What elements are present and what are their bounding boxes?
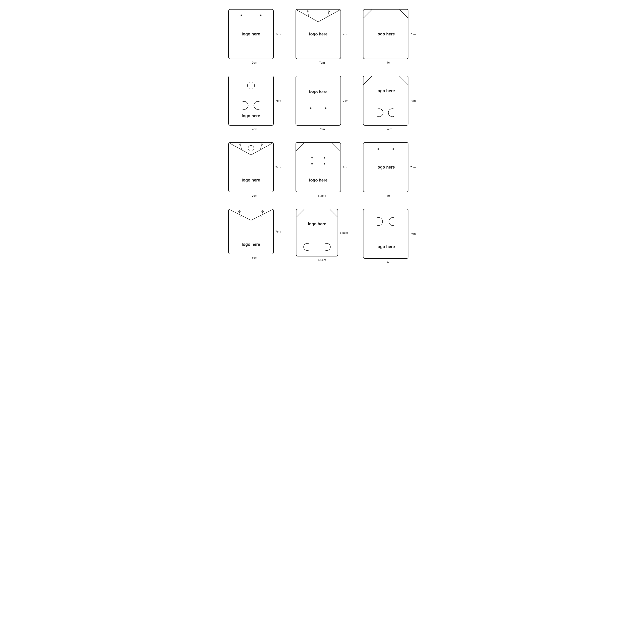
- card-8: logo here: [296, 142, 341, 192]
- height-label-1: 7cm: [276, 32, 281, 36]
- card-wrapper-7: logo here 7cm 7cm: [224, 142, 285, 197]
- svg-point-19: [324, 163, 325, 164]
- height-label-12: 7cm: [410, 232, 416, 236]
- svg-line-7: [363, 76, 372, 85]
- height-label-9: 7cm: [410, 166, 416, 169]
- svg-point-3: [328, 11, 330, 12]
- card-11: logo here: [296, 209, 338, 256]
- logo-text-10: logo here: [242, 242, 260, 247]
- card-wrapper-2: logo here 7cm 7cm: [292, 9, 352, 64]
- svg-line-12: [260, 144, 262, 149]
- height-label-10: 7cm: [276, 230, 281, 233]
- width-label-4: 7cm: [252, 127, 258, 131]
- card-wrapper-4: logo here 7cm 7cm: [224, 76, 285, 131]
- width-label-1: 7cm: [252, 61, 258, 64]
- logo-text-8: logo here: [309, 178, 328, 183]
- card-wrapper-3: logo here 7cm 7cm: [359, 9, 420, 64]
- width-label-10: 6cm: [252, 256, 258, 259]
- svg-line-20: [239, 211, 240, 217]
- svg-point-1: [307, 11, 308, 12]
- height-label-11: 6.5cm: [340, 231, 348, 234]
- card-12: logo here: [363, 209, 408, 259]
- logo-text-4: logo here: [242, 114, 260, 118]
- card-wrapper-9: logo here 7cm 7cm: [359, 142, 420, 197]
- card-wrapper-5: logo here 7cm 7cm: [292, 76, 352, 131]
- width-label-9: 7cm: [387, 194, 392, 197]
- logo-text-5: logo here: [309, 90, 328, 94]
- logo-text-1: logo here: [242, 32, 260, 37]
- card-wrapper-1: logo here 7cm 7cm: [224, 9, 285, 64]
- width-label-7: 7cm: [252, 194, 258, 197]
- height-label-6: 7cm: [410, 99, 416, 102]
- card-6: logo here: [363, 76, 408, 126]
- card-wrapper-8: logo here 7cm 6.2cm: [292, 142, 352, 197]
- svg-line-15: [332, 143, 341, 151]
- width-label-12: 7cm: [387, 261, 392, 264]
- height-label-8: 7cm: [343, 166, 348, 169]
- width-label-3: 7cm: [387, 61, 392, 64]
- svg-line-22: [262, 211, 263, 217]
- svg-line-24: [296, 209, 304, 217]
- card-2: logo here: [296, 9, 341, 59]
- svg-point-16: [311, 157, 313, 159]
- svg-point-13: [261, 144, 262, 145]
- card-9: logo here: [363, 142, 408, 192]
- logo-text-2: logo here: [309, 32, 328, 37]
- height-label-4: 7cm: [276, 99, 281, 102]
- logo-text-3: logo here: [376, 32, 395, 37]
- svg-line-8: [400, 76, 408, 85]
- svg-point-9: [248, 145, 254, 151]
- card-1: logo here: [228, 9, 274, 59]
- width-label-2: 7cm: [319, 61, 325, 64]
- card-wrapper-11: logo here 6.5cm 6.5cm: [292, 209, 352, 264]
- logo-text-12: logo here: [376, 244, 395, 249]
- svg-point-21: [239, 211, 240, 212]
- card-grid: logo here 7cm 7cm logo here 7: [224, 9, 420, 264]
- card-3: logo here: [363, 9, 408, 59]
- card-wrapper-10: logo here 7cm 6cm: [224, 209, 285, 264]
- svg-line-2: [328, 11, 329, 17]
- card-wrapper-6: logo here 7cm 7cm: [359, 76, 420, 131]
- svg-line-4: [363, 10, 372, 18]
- logo-text-11: logo here: [308, 222, 326, 226]
- svg-point-11: [240, 144, 241, 145]
- card-4: logo here: [228, 76, 274, 126]
- card-5: logo here: [296, 76, 341, 126]
- svg-point-18: [311, 163, 313, 164]
- svg-point-17: [324, 157, 325, 159]
- logo-text-9: logo here: [376, 165, 395, 170]
- svg-line-0: [308, 11, 309, 17]
- svg-line-5: [400, 10, 408, 18]
- height-label-7: 7cm: [276, 166, 281, 169]
- logo-text-7: logo here: [242, 178, 260, 183]
- width-label-11: 6.5cm: [318, 258, 326, 262]
- width-label-5: 7cm: [319, 127, 325, 131]
- svg-line-10: [240, 144, 242, 149]
- svg-point-23: [262, 211, 264, 212]
- card-wrapper-12: logo here 7cm 7cm: [359, 209, 420, 264]
- svg-point-6: [247, 82, 254, 89]
- height-label-3: 7cm: [410, 32, 416, 36]
- svg-line-25: [330, 209, 338, 217]
- height-label-5: 7cm: [343, 99, 348, 102]
- card-7: logo here: [228, 142, 274, 192]
- svg-line-14: [296, 143, 304, 151]
- height-label-2: 7cm: [343, 32, 348, 36]
- width-label-8: 6.2cm: [318, 194, 326, 197]
- logo-text-6: logo here: [376, 89, 395, 93]
- width-label-6: 7cm: [387, 127, 392, 131]
- card-10: logo here: [228, 209, 274, 254]
